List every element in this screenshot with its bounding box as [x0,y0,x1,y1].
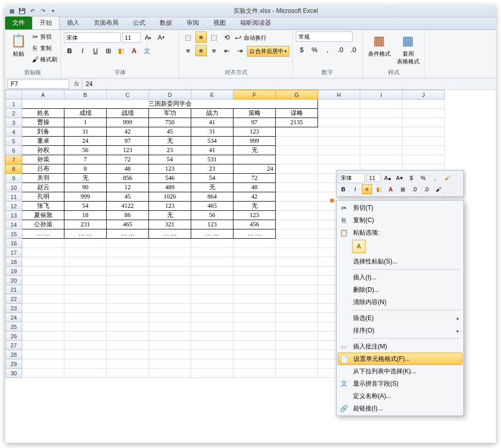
cell-E5[interactable]: 534 [191,137,233,146]
cell-A20[interactable] [22,276,64,285]
ctx-paste-option-values[interactable]: A [352,240,365,253]
cell-B10[interactable]: 90 [64,183,107,192]
cell-A27[interactable] [22,341,64,350]
cell-A18[interactable] [22,257,64,267]
cell-A8[interactable]: 吕布 [22,164,64,174]
cell-F15[interactable]: … … [233,229,276,239]
cell-B12[interactable]: 54 [64,202,107,211]
select-all-corner[interactable] [6,90,22,99]
cell-G3[interactable]: 2135 [276,118,318,127]
cell-C11[interactable]: 45 [107,192,149,202]
row-header-12[interactable]: 12 [6,202,22,211]
cell-A16[interactable] [22,239,64,248]
cell-D28[interactable] [149,350,191,359]
cell-D6[interactable]: 23 [149,146,191,155]
mini-dec-dec[interactable]: .0 [421,184,431,194]
cell-C26[interactable] [107,331,149,341]
cell-A5[interactable]: 董卓 [22,137,64,146]
name-box[interactable]: F7 [7,79,69,89]
cell-F14[interactable]: 456 [233,220,276,229]
cell-F26[interactable] [233,331,276,341]
cell-A11[interactable]: 孔明 [22,192,64,202]
align-center-button[interactable]: ≡ [195,45,207,56]
mini-align-center[interactable]: ≡ [362,184,372,194]
mini-border[interactable]: ⊞ [397,184,408,194]
cell-E22[interactable] [191,294,233,304]
grow-font-button[interactable]: A▴ [142,31,154,43]
cell-F11[interactable]: 42 [233,192,276,202]
align-bottom-button[interactable]: ⬚ [208,31,220,43]
mini-inc-dec[interactable]: .0 [409,184,420,194]
cell-D18[interactable] [149,257,191,267]
cell-B19[interactable] [64,267,107,276]
cell-G11[interactable] [276,192,318,202]
cell-C25[interactable] [107,322,149,331]
cell-B2[interactable]: 成绩 [64,109,107,118]
cell-I6[interactable] [360,146,403,155]
row-header-8[interactable]: 8 [6,164,22,174]
wrap-text-button[interactable]: 自动换行 [244,35,266,41]
ctx-dropdown-pick[interactable]: 从下拉列表中选择(K)... [338,365,462,377]
row-header-7[interactable]: 7 [6,155,22,164]
cell-H3[interactable] [318,118,360,127]
cell-G13[interactable] [276,211,318,220]
cell-E4[interactable]: 31 [191,127,233,137]
row-header-19[interactable]: 19 [6,267,22,276]
cell-E17[interactable] [191,248,233,257]
row-header-10[interactable]: 10 [6,183,22,192]
ctx-define-name[interactable]: 定义名称(A)... [338,390,462,402]
number-format-combo[interactable]: 常规 [296,31,353,42]
cell-G18[interactable] [276,257,318,267]
cell-C13[interactable]: 86 [107,211,149,220]
cell-E19[interactable] [191,267,233,276]
cell-A31[interactable] [22,378,64,379]
cell-F30[interactable] [233,369,276,378]
cell-D21[interactable] [149,285,191,294]
col-header-A[interactable]: A [22,90,64,99]
tab-view[interactable]: 视图 [206,16,233,29]
cell-B17[interactable] [64,248,107,257]
cell-F8[interactable]: 24 [233,164,276,174]
cell-F20[interactable] [233,276,276,285]
cell-I5[interactable] [360,137,403,146]
cell-D24[interactable] [149,313,191,322]
fill-color-button[interactable]: ◧ [115,45,127,56]
align-left-button[interactable]: ≡ [182,45,194,56]
cell-B21[interactable] [64,285,107,294]
cell-G15[interactable] [276,229,318,239]
fx-icon[interactable]: fx [71,80,82,88]
col-header-F[interactable]: F [233,90,276,99]
cell-D9[interactable]: 546 [149,174,191,183]
cell-A17[interactable] [22,248,64,257]
cell-C27[interactable] [107,341,149,350]
cut-button[interactable]: ✂剪切 [31,31,57,42]
cell-G12[interactable] [276,202,318,211]
cell-D27[interactable] [149,341,191,350]
mini-font-color[interactable]: A [386,184,396,194]
ctx-paste-special[interactable]: 选择性粘贴(S)... [338,255,462,268]
cell-F25[interactable] [233,322,276,331]
cell-F16[interactable] [233,239,276,248]
cell-B8[interactable]: 8 [64,164,107,174]
row-header-3[interactable]: 3 [6,118,22,127]
cell-F12[interactable]: 无 [233,202,276,211]
row-header-6[interactable]: 6 [6,146,22,155]
cell-I4[interactable] [360,127,403,137]
cell-F13[interactable]: 123 [233,211,276,220]
cell-C6[interactable]: 123 [107,146,149,155]
copy-button[interactable]: ⎘复制 [31,43,57,53]
cell-C19[interactable] [107,267,149,276]
col-header-I[interactable]: I [360,90,403,99]
ctx-comment[interactable]: ▭插入批注(M) [338,340,462,353]
cell-F31[interactable] [233,378,276,379]
ctx-insert[interactable]: 插入(I)... [338,271,462,284]
cell-C5[interactable]: 97 [107,137,149,146]
cell-G8[interactable] [276,164,318,174]
font-color-button[interactable]: A [128,45,140,56]
cell-A23[interactable] [22,304,64,313]
align-right-button[interactable]: ≡ [208,45,220,56]
cell-F21[interactable] [233,285,276,294]
col-header-C[interactable]: C [107,90,149,99]
orientation-button[interactable]: ⟲ [221,31,232,43]
cell-I1[interactable] [360,99,403,109]
